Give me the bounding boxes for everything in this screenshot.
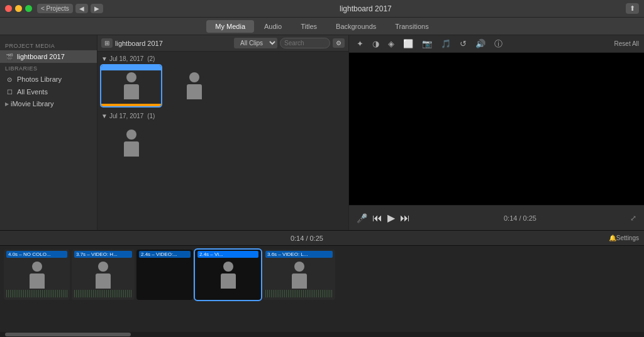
browser-toolbar: ⊞ lightboard 2017 All Clips ⚙ — [97, 35, 348, 52]
browser-filter-select[interactable]: All Clips — [234, 38, 277, 48]
date-collapse-icon: ▼ — [101, 55, 108, 62]
tl-ph5 — [294, 262, 304, 272]
skip-back-button[interactable]: ⏮ — [372, 213, 382, 224]
close-button[interactable] — [5, 5, 12, 12]
timeline-header: 0:14 / 0:25 🔔 Settings — [0, 231, 644, 246]
tool-camera-btn[interactable]: 📷 — [419, 38, 435, 50]
sidebar-item-project[interactable]: 🎬 lightboard 2017 — [0, 50, 97, 63]
tl-ph2 — [98, 262, 108, 272]
photos-icon: ⊙ — [5, 75, 14, 84]
preview-area: ✦ ◑ ◈ ⬜ 📷 🎵 ↺ 🔊 ⓘ Reset All 🎤 ⏮ ▶ ⏭ 0:14… — [348, 35, 644, 230]
tl-clip-1-label: 4.0s – NO COLO... — [6, 251, 67, 258]
timeline-clip-2[interactable]: 3.7s – VIDEO: H... — [72, 250, 135, 300]
tool-audio-btn[interactable]: 🎵 — [438, 38, 453, 50]
project-icon: 🎬 — [5, 52, 14, 61]
date-label-2: ▼ Jul 17, 2017 (1) — [101, 113, 345, 119]
settings-label: Settings — [616, 235, 639, 241]
clip-1-silhouette — [124, 65, 139, 106]
share-button[interactable]: ⬆ — [626, 3, 639, 14]
timeline-settings-button[interactable]: Settings — [616, 235, 639, 241]
play-button[interactable]: ▶ — [387, 212, 395, 224]
all-events-label: All Events — [17, 88, 48, 96]
triangle-icon: ▶ — [5, 101, 9, 107]
browser-search-input[interactable] — [280, 38, 330, 48]
tl-pb2 — [96, 273, 111, 289]
clip-grid-1 — [101, 65, 345, 106]
back-button[interactable]: ◀ — [75, 4, 88, 13]
tl-pb1 — [30, 273, 45, 289]
timeline-scrollbar[interactable] — [0, 332, 644, 337]
browser-layout-btn[interactable]: ⊞ — [101, 38, 113, 48]
tl-ph4 — [223, 262, 233, 272]
timeline-timecode: 0:14 / 0:25 — [5, 235, 609, 242]
imovie-library-label: iMovie Library — [11, 100, 53, 108]
timeline-clip-4[interactable]: 2.4s – Vi... 2.4s – Vi... — [195, 250, 261, 300]
timecode-display: 0:14 / 0:25 — [415, 214, 625, 222]
tab-audio[interactable]: Audio — [255, 20, 291, 33]
maximize-button[interactable] — [25, 5, 32, 12]
date-text-1: Jul 18, 2017 — [109, 55, 144, 62]
person-body — [124, 84, 139, 99]
date-text-2: Jul 17, 2017 — [109, 113, 144, 119]
tool-stabilize-btn[interactable]: ↺ — [457, 38, 469, 50]
skip-forward-button[interactable]: ⏭ — [400, 213, 410, 224]
tab-backgrounds[interactable]: Backgrounds — [327, 20, 385, 33]
tl-clip-4-label: 2.4s – Vi... — [197, 251, 258, 258]
tool-select-btn[interactable]: ✦ — [354, 38, 366, 50]
tool-info-btn[interactable]: ⓘ — [492, 37, 505, 51]
person-body-2 — [187, 84, 202, 99]
timeline-clip-5[interactable]: 3.6s – VIDEO: L... — [263, 250, 335, 300]
clip-1[interactable] — [101, 65, 161, 106]
clip-2-silhouette — [187, 65, 202, 106]
mic-icon: 🎤 — [357, 213, 367, 223]
projects-button[interactable]: < Projects — [37, 4, 73, 13]
person-head-2 — [189, 72, 199, 82]
timeline-clip-1[interactable]: 4.0s – NO COLO... — [4, 250, 70, 300]
forward-button[interactable]: ▶ — [91, 4, 103, 13]
tool-volume-btn[interactable]: 🔊 — [473, 38, 488, 50]
tab-my-media[interactable]: My Media — [206, 20, 254, 33]
preview-video — [349, 53, 644, 205]
tool-color-btn[interactable]: ◑ — [370, 38, 382, 50]
sidebar-item-photos[interactable]: ⊙ Photos Library — [0, 73, 97, 86]
browser-area: ⊞ lightboard 2017 All Clips ⚙ ▼ Jul 18, … — [97, 35, 348, 230]
person-body-3 — [124, 141, 139, 157]
volume-slider-icon: 🔔 — [609, 235, 616, 241]
clip-3[interactable] — [101, 123, 161, 163]
project-media-label: PROJECT MEDIA — [0, 40, 97, 50]
tl-clip-5-label: 3.6s – VIDEO: L... — [265, 251, 333, 258]
timeline-clip-3[interactable]: 2.4s – VIDEO:... — [136, 250, 193, 300]
tl-clip-5-waveform — [265, 290, 333, 297]
tool-filter-btn[interactable]: ◈ — [386, 38, 397, 50]
clip-3-silhouette — [124, 123, 139, 163]
project-item-label: lightboard 2017 — [17, 53, 65, 60]
tool-crop-btn[interactable]: ⬜ — [401, 38, 416, 50]
tl-clip-1-waveform — [6, 290, 67, 297]
fullscreen-button[interactable]: ⤢ — [630, 214, 636, 223]
tl-pb4 — [221, 273, 236, 289]
title-bar: < Projects ◀ ▶ lightboard 2017 ⬆ — [0, 0, 644, 18]
traffic-lights — [5, 5, 32, 12]
tl-pb5 — [292, 273, 307, 289]
tab-titles[interactable]: Titles — [292, 20, 326, 33]
browser-title: lightboard 2017 — [115, 40, 231, 47]
date-collapse-icon-2: ▼ — [101, 113, 108, 119]
date-group-2: ▼ Jul 17, 2017 (1) — [101, 113, 345, 163]
preview-controls: 🎤 ⏮ ▶ ⏭ 0:14 / 0:25 ⤢ — [349, 205, 644, 230]
clip-2[interactable] — [164, 65, 224, 106]
timeline-area: 0:14 / 0:25 🔔 Settings 4.0s – NO COLO... — [0, 230, 644, 337]
minimize-button[interactable] — [15, 5, 22, 12]
libraries-label: LIBRARIES — [0, 63, 97, 73]
tl-ph1 — [32, 262, 42, 272]
window-title: lightboard 2017 — [106, 4, 626, 13]
tab-transitions[interactable]: Transitions — [386, 20, 437, 33]
reset-all-button[interactable]: Reset All — [614, 40, 639, 47]
sidebar-item-imovie[interactable]: ▶ iMovie Library — [0, 98, 97, 109]
sidebar-item-events[interactable]: ☐ All Events — [0, 86, 97, 98]
tl-clip-3-label: 2.4s – VIDEO:... — [139, 251, 191, 258]
browser-settings-btn[interactable]: ⚙ — [333, 38, 345, 48]
events-icon: ☐ — [5, 87, 14, 96]
clip-1-duration-bar — [101, 104, 161, 106]
timeline-scrollbar-thumb[interactable] — [5, 333, 131, 336]
person-head-3 — [126, 130, 136, 140]
